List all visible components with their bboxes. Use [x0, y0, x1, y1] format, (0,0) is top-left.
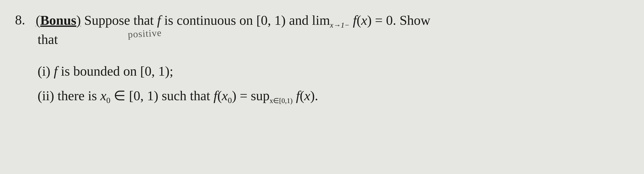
final-close: ). [310, 88, 318, 103]
sub-item-ii: (ii) there is x0 ∈ [0, 1) such that f(x0… [38, 86, 629, 106]
limit-subscript: x→1− [330, 21, 350, 29]
fx0-open: ( [217, 88, 222, 103]
fx-expr: f [353, 13, 357, 28]
x-var: x [361, 13, 367, 28]
equals-text: = sup [236, 88, 270, 103]
sup-subscript: x∈[0,1) [270, 97, 292, 105]
limit-close: ) = 0. Show [367, 13, 430, 28]
sub-items: (i) f is bounded on [0, 1); (ii) there i… [38, 62, 629, 106]
there-is-text: there is [54, 88, 100, 103]
suppose-text: Suppose that [81, 13, 157, 28]
x0-inner: x [222, 88, 228, 103]
x0-sub: 0 [106, 96, 110, 105]
sub-item-i: (i) f is bounded on [0, 1); [38, 62, 629, 81]
bounded-text: is bounded on [0, 1); [58, 64, 173, 79]
that-text: that [38, 32, 58, 47]
limit-parens: ( [357, 13, 361, 28]
page: 8. (Bonus) Suppose that f is continuous … [0, 0, 644, 174]
x-final: x [304, 88, 310, 103]
problem-second-line: that positive [38, 30, 629, 49]
x0-inner-sub: 0 [228, 96, 232, 105]
f-var: f [157, 13, 161, 28]
x0-var: x [100, 88, 106, 103]
fx0-close: ) [232, 88, 236, 103]
f-end-text [292, 88, 296, 103]
f-final: f [296, 88, 300, 103]
limit-text [350, 13, 353, 28]
handwritten-annotation: positive [128, 26, 162, 41]
final-parens: ( [300, 88, 304, 103]
problem-block: 8. (Bonus) Suppose that f is continuous … [15, 11, 629, 106]
bonus-label: (Bonus) [36, 13, 81, 28]
element-text: ∈ [0, 1) such that [110, 88, 214, 103]
fx0-expr: f [214, 88, 217, 103]
problem-number: 8. [15, 11, 36, 29]
problem-header: 8. (Bonus) Suppose that f is continuous … [15, 11, 629, 49]
label-ii: (ii) [38, 88, 54, 103]
problem-text-block: (Bonus) Suppose that f is continuous on … [36, 11, 629, 49]
problem-first-line: (Bonus) Suppose that f is continuous on … [36, 11, 629, 30]
label-i: (i) [38, 64, 50, 79]
continuous-text: is continuous on [0, 1) and lim [161, 13, 330, 28]
f-var-i: f [54, 64, 58, 79]
space-i [50, 64, 54, 79]
